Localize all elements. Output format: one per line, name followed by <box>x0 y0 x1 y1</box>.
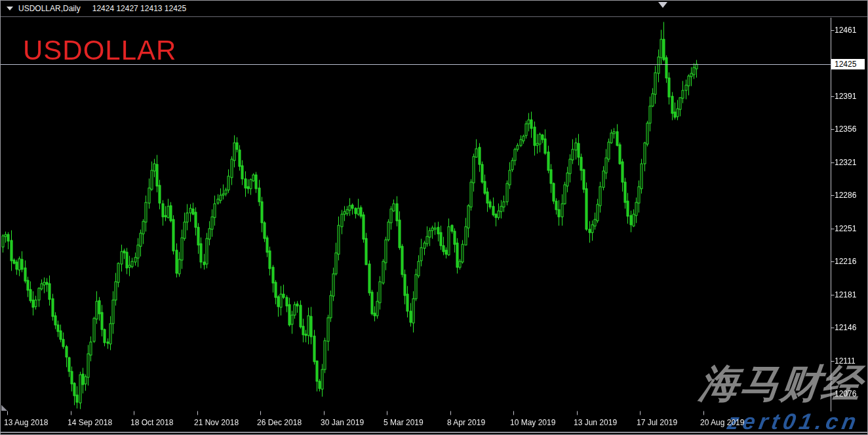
date-axis-label: 5 Mar 2019 <box>384 418 424 428</box>
symbol-watermark: USDOLLAR <box>23 35 176 66</box>
price-axis-label: 12251 <box>835 223 865 234</box>
price-axis-label: 12286 <box>835 190 865 200</box>
price-axis-label: 12391 <box>835 91 865 102</box>
bottom-border <box>1 432 867 433</box>
price-axis-label: 12356 <box>835 124 865 134</box>
date-axis-label: 17 Jul 2019 <box>637 418 677 428</box>
price-axis-label: 12111 <box>835 356 865 366</box>
current-price-flag: 12425 <box>831 59 865 69</box>
date-axis-label: 10 May 2019 <box>510 418 555 428</box>
price-axis-separator <box>831 18 831 411</box>
price-axis-label: 12216 <box>835 256 865 267</box>
price-axis-label: 12076 <box>835 388 865 399</box>
date-axis-label: 14 Sep 2018 <box>68 418 112 428</box>
high-arrow-marker <box>658 2 667 8</box>
date-axis-label: 21 Nov 2018 <box>194 418 239 428</box>
date-axis-label: 20 Aug 2019 <box>700 418 744 428</box>
date-axis-label: 18 Oct 2018 <box>130 418 173 428</box>
date-axis-label: 13 Jun 2019 <box>574 418 617 428</box>
resize-grip[interactable] <box>1 405 7 411</box>
price-axis-label: 12146 <box>835 322 865 333</box>
url-watermark: zert01.cn <box>725 409 861 434</box>
price-axis-label: 12321 <box>835 157 865 168</box>
price-axis-label: 12461 <box>835 25 865 35</box>
date-axis-label: 30 Jan 2019 <box>321 418 364 428</box>
date-axis-label: 26 Dec 2018 <box>257 418 302 428</box>
price-axis-label: 12181 <box>835 290 865 300</box>
date-axis-label: 13 Aug 2018 <box>4 418 48 428</box>
date-axis-label: 8 Apr 2019 <box>447 418 485 428</box>
chart-window: USDOLLAR,Daily 12424 12427 12413 12425 U… <box>0 0 868 435</box>
